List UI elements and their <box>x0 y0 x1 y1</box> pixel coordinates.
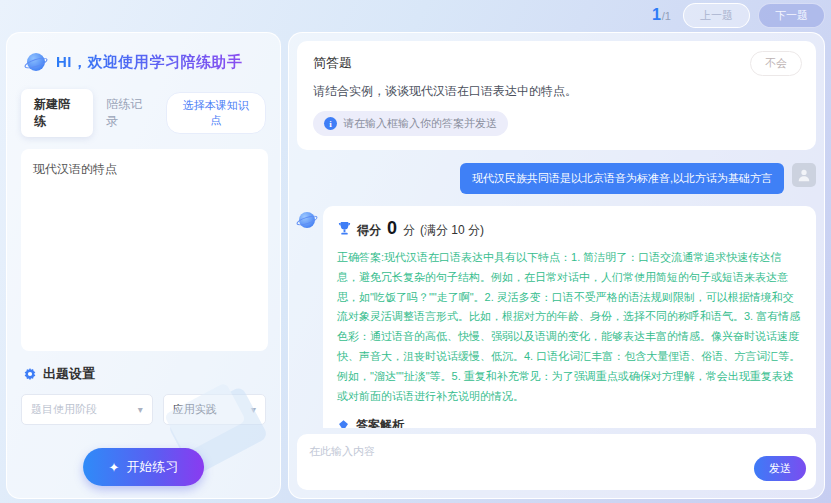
ai-response-row: 得分 0 分 (满分 10 分) 正确答案:现代汉语在口语表达中具有以下特点：1… <box>297 206 816 428</box>
start-practice-button[interactable]: ✦ 开始练习 <box>83 448 205 486</box>
start-practice-label: 开始练习 <box>126 458 178 476</box>
dont-know-button[interactable]: 不会 <box>750 51 802 76</box>
analysis-title: 答案解析 <box>356 417 404 428</box>
greeting-title: HI，欢迎使用学习陪练助手 <box>56 53 243 72</box>
question-pagination: 1 /1 <box>652 6 671 24</box>
tab-new-practice[interactable]: 新建陪练 <box>21 89 93 137</box>
assistant-logo-icon <box>25 51 47 73</box>
trophy-icon <box>337 221 352 236</box>
score-label: 得分 <box>357 222 381 239</box>
current-question-number: 1 <box>652 6 661 24</box>
next-question-button[interactable]: 下一题 <box>758 3 825 28</box>
message-input[interactable] <box>309 444 705 480</box>
user-message-bubble: 现代汉民族共同语是以北京语音为标准音,以北方话为基础方言 <box>460 163 784 194</box>
message-input-card: 发送 <box>297 434 816 490</box>
settings-title: 出题设置 <box>43 365 95 383</box>
sidebar-header: HI，欢迎使用学习陪练助手 <box>7 33 280 73</box>
score-row: 得分 0 分 (满分 10 分) <box>337 218 802 239</box>
sparkle-icon: ✦ <box>109 461 120 474</box>
sidebar-panel: HI，欢迎使用学习陪练助手 新建陪练 陪练记录 选择本课知识点 现代汉语的特点 … <box>6 32 281 499</box>
answer-hint-text: 请在输入框输入你的答案并发送 <box>343 116 497 131</box>
stage-select[interactable]: 题目使用阶段 ▾ <box>21 394 153 425</box>
question-type-label: 简答题 <box>313 54 800 72</box>
total-question-count: /1 <box>662 10 671 22</box>
score-unit: 分 <box>403 222 415 239</box>
chat-area: 现代汉民族共同语是以北京语音为标准音,以北方话为基础方言 得分 0 <box>289 150 824 428</box>
gem-icon <box>337 419 350 428</box>
select-knowledge-point-button[interactable]: 选择本课知识点 <box>166 92 266 134</box>
user-message-row: 现代汉民族共同语是以北京语音为标准音,以北方话为基础方言 <box>297 163 816 194</box>
person-icon <box>797 168 811 182</box>
answer-hint-pill: i 请在输入框输入你的答案并发送 <box>313 111 508 136</box>
gear-icon <box>23 367 37 381</box>
chevron-down-icon: ▾ <box>138 404 143 415</box>
practice-panel: 简答题 不会 请结合实例，谈谈现代汉语在口语表达中的特点。 i 请在输入框输入你… <box>288 32 825 499</box>
tab-practice-history[interactable]: 陪练记录 <box>93 89 165 137</box>
send-button[interactable]: 发送 <box>754 456 806 481</box>
score-full-marks: (满分 10 分) <box>420 222 484 239</box>
topic-input[interactable]: 现代汉语的特点 <box>21 149 268 351</box>
ai-response-card: 得分 0 分 (满分 10 分) 正确答案:现代汉语在口语表达中具有以下特点：1… <box>323 206 816 428</box>
score-value: 0 <box>387 218 397 239</box>
previous-question-button[interactable]: 上一题 <box>683 3 750 28</box>
analysis-header: 答案解析 <box>337 417 802 428</box>
sidebar-tabs: 新建陪练 陪练记录 选择本课知识点 <box>21 89 266 137</box>
correct-answer-text: 正确答案:现代汉语在口语表达中具有以下特点：1. 简洁明了：口语交流通常追求快速… <box>337 248 802 406</box>
info-icon: i <box>324 117 337 130</box>
user-avatar <box>792 163 816 187</box>
question-text: 请结合实例，谈谈现代汉语在口语表达中的特点。 <box>313 83 800 100</box>
stage-select-placeholder: 题目使用阶段 <box>31 402 97 417</box>
pagination-bar: 1 /1 上一题 下一题 <box>288 0 825 30</box>
ai-avatar-icon <box>297 210 317 230</box>
question-card: 简答题 不会 请结合实例，谈谈现代汉语在口语表达中的特点。 i 请在输入框输入你… <box>297 41 816 150</box>
